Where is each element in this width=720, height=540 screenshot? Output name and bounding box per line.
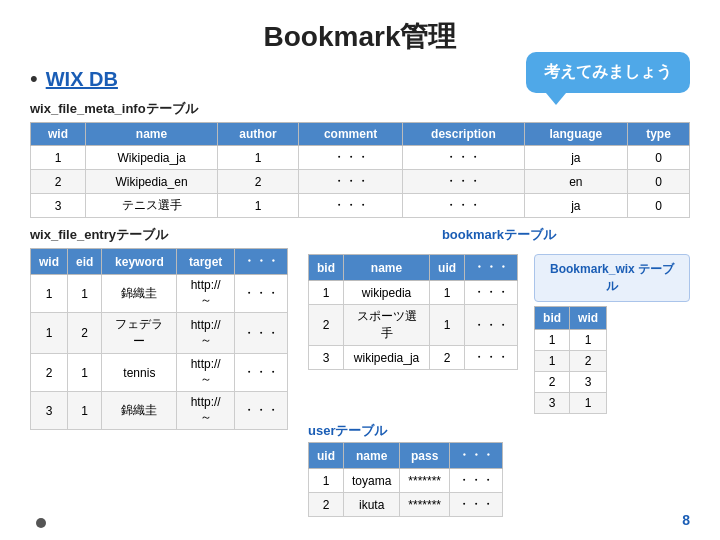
table-row: 2ikuta*******・・・ (308, 493, 502, 517)
entry-table-title: wix_file_entryテーブル (30, 226, 288, 244)
entry-col-wid: wid (31, 249, 68, 275)
bm-col-dots: ・・・ (465, 255, 518, 281)
table-row: 3wikipedia_ja2・・・ (308, 346, 517, 370)
entry-table: wid eid keyword target ・・・ 11錦織圭http://～… (30, 248, 288, 430)
user-table-section: userテーブル uid name pass ・・・ 1toyama******… (308, 422, 690, 517)
meta-col-description: description (403, 123, 524, 146)
table-row: 1toyama*******・・・ (308, 469, 502, 493)
bm-col-uid: uid (430, 255, 465, 281)
user-col-dots: ・・・ (450, 443, 503, 469)
table-row: 12フェデラーhttp://～・・・ (31, 313, 288, 354)
entry-table-section: wix_file_entryテーブル wid eid keyword targe… (30, 226, 288, 430)
bookmark-wix-table: bid wid 11122331 (534, 306, 607, 414)
bookmark-table: bid name uid ・・・ 1wikipedia1・・・2スポーツ選手1・… (308, 254, 518, 370)
entry-col-dots: ・・・ (234, 249, 287, 275)
meta-table: wid name author comment description lang… (30, 122, 690, 218)
wix-db-link[interactable]: WIX DB (46, 68, 118, 91)
meta-col-language: language (524, 123, 627, 146)
table-row: 23 (535, 372, 607, 393)
user-table-label: userテーブル (308, 422, 690, 440)
meta-table-title: wix_file_meta_infoテーブル (30, 100, 690, 118)
bwix-col-bid: bid (535, 307, 570, 330)
right-tables-section: bookmarkテーブル bid name uid ・・・ 1wikipedia… (308, 226, 690, 517)
meta-col-type: type (628, 123, 690, 146)
table-row: 11錦織圭http://～・・・ (31, 275, 288, 313)
bookmark-table-label: bookmarkテーブル (308, 226, 690, 244)
bookmark-wix-section: Bookmark_wix テーブル bid wid 11122331 (534, 254, 690, 414)
bookmark-wix-label: Bookmark_wix テーブル (534, 254, 690, 302)
entry-col-eid: eid (68, 249, 102, 275)
meta-col-author: author (218, 123, 299, 146)
meta-col-name: name (85, 123, 217, 146)
user-col-name: name (343, 443, 399, 469)
table-row: 1wikipedia1・・・ (308, 281, 517, 305)
table-row: 31錦織圭http://～・・・ (31, 392, 288, 430)
entry-col-keyword: keyword (102, 249, 177, 275)
speech-bubble: 考えてみましょう (526, 52, 690, 93)
bottom-dot-left (36, 518, 46, 528)
meta-col-wid: wid (31, 123, 86, 146)
meta-col-comment: comment (298, 123, 402, 146)
table-row: 1Wikipedia_ja1・・・・・・ja0 (31, 146, 690, 170)
table-row: 21tennishttp://～・・・ (31, 354, 288, 392)
table-row: 3テニス選手1・・・・・・ja0 (31, 194, 690, 218)
bm-col-bid: bid (308, 255, 343, 281)
table-row: 11 (535, 330, 607, 351)
table-row: 31 (535, 393, 607, 414)
user-col-uid: uid (308, 443, 343, 469)
table-row: 2Wikipedia_en2・・・・・・en0 (31, 170, 690, 194)
bullet-icon: • (30, 66, 38, 92)
bwix-col-wid: wid (570, 307, 607, 330)
entry-col-target: target (177, 249, 235, 275)
page-number: 8 (682, 512, 690, 528)
table-row: 2スポーツ選手1・・・ (308, 305, 517, 346)
user-col-pass: pass (400, 443, 450, 469)
table-row: 12 (535, 351, 607, 372)
bm-col-name: name (343, 255, 429, 281)
user-table: uid name pass ・・・ 1toyama*******・・・2ikut… (308, 442, 503, 517)
